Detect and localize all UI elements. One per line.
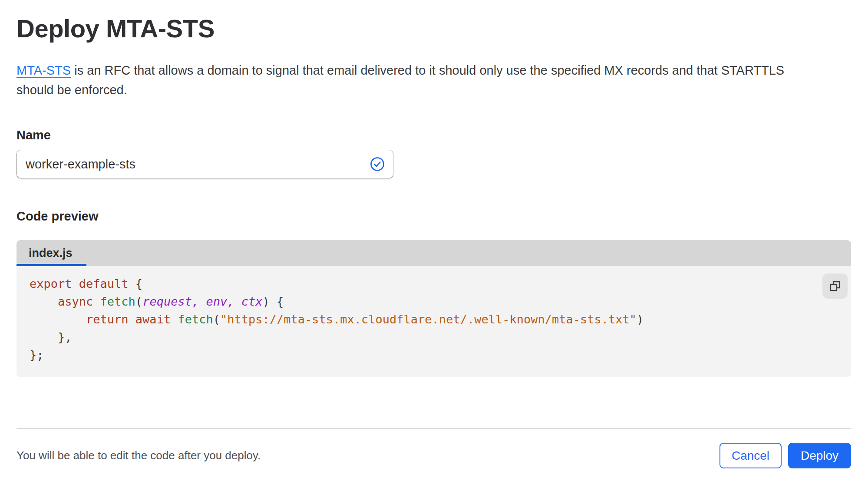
name-label: Name (17, 127, 851, 143)
intro-text-part1: is an RFC that allows a domain to signal… (71, 63, 784, 77)
deploy-button[interactable]: Deploy (788, 443, 851, 468)
footer-actions: Cancel Deploy (719, 443, 851, 468)
footer-note: You will be able to edit the code after … (17, 449, 261, 462)
footer-divider (17, 428, 851, 429)
code-content: export default { async fetch(request, en… (17, 275, 851, 364)
code-tab-bar: index.js (17, 240, 851, 266)
tab-index-js[interactable]: index.js (17, 240, 86, 266)
name-input-wrap (17, 150, 393, 178)
name-input[interactable] (17, 150, 393, 178)
cancel-button[interactable]: Cancel (719, 443, 782, 468)
check-circle-icon (370, 157, 385, 171)
code-preview-card: index.js export default { async fetch(re… (17, 240, 851, 377)
page-title: Deploy MTA-STS (17, 15, 851, 43)
copy-code-button[interactable] (822, 273, 848, 299)
intro-text: MTA-STS is an RFC that allows a domain t… (17, 61, 842, 100)
copy-icon (829, 280, 841, 292)
code-block: export default { async fetch(request, en… (17, 266, 851, 377)
intro-text-part2: should be enforced. (17, 83, 127, 97)
mta-sts-link[interactable]: MTA-STS (17, 63, 71, 77)
code-preview-label: Code preview (17, 208, 851, 224)
footer-row: You will be able to edit the code after … (17, 443, 851, 468)
deploy-mta-sts-page: Deploy MTA-STS MTA-STS is an RFC that al… (0, 15, 868, 468)
